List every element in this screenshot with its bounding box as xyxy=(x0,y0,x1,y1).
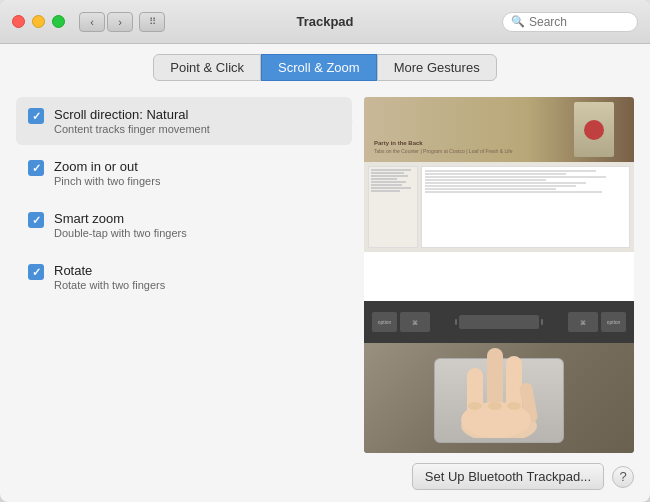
command-key-left: ⌘ xyxy=(400,312,430,332)
search-box[interactable]: 🔍 xyxy=(502,12,638,32)
search-icon: 🔍 xyxy=(511,15,525,28)
option-text-scroll-direction: Scroll direction: Natural Content tracks… xyxy=(54,107,210,135)
bottombar: Set Up Bluetooth Trackpad... ? xyxy=(0,453,650,502)
tab-scroll-zoom[interactable]: Scroll & Zoom xyxy=(261,54,377,81)
svg-point-7 xyxy=(488,402,502,410)
option-text-smart-zoom: Smart zoom Double-tap with two fingers xyxy=(54,211,187,239)
option-key-left: option xyxy=(372,312,397,332)
close-button[interactable] xyxy=(12,15,25,28)
checkbox-smart-zoom[interactable] xyxy=(28,212,44,228)
inner-window: Party in the Back Tabs on the Counter | … xyxy=(364,97,634,301)
option-desc-scroll-direction: Content tracks finger movement xyxy=(54,123,210,135)
left-panel: Scroll direction: Natural Content tracks… xyxy=(16,97,352,453)
option-scroll-direction: Scroll direction: Natural Content tracks… xyxy=(16,97,352,145)
option-text-rotate: Rotate Rotate with two fingers xyxy=(54,263,165,291)
search-input[interactable] xyxy=(529,15,629,29)
back-button[interactable]: ‹ xyxy=(79,12,105,32)
checkbox-scroll-direction[interactable] xyxy=(28,108,44,124)
tab-point-click[interactable]: Point & Click xyxy=(153,54,261,81)
option-title-smart-zoom: Smart zoom xyxy=(54,211,187,226)
selection-arrow xyxy=(339,109,353,133)
keyboard-area: option ⌘ ⌘ option xyxy=(364,301,634,343)
option-zoom-in-out: Zoom in or out Pinch with two fingers xyxy=(16,149,352,197)
tab-more-gestures[interactable]: More Gestures xyxy=(377,54,497,81)
option-title-zoom-in-out: Zoom in or out xyxy=(54,159,160,174)
titlebar: ‹ › ⠿ Trackpad 🔍 xyxy=(0,0,650,44)
option-desc-zoom-in-out: Pinch with two fingers xyxy=(54,175,160,187)
option-key-right: option xyxy=(601,312,626,332)
preview-image: Party in the Back Tabs on the Counter | … xyxy=(364,97,634,453)
option-title-scroll-direction: Scroll direction: Natural xyxy=(54,107,210,122)
option-desc-smart-zoom: Double-tap with two fingers xyxy=(54,227,187,239)
maximize-button[interactable] xyxy=(52,15,65,28)
minimize-button[interactable] xyxy=(32,15,45,28)
option-text-zoom-in-out: Zoom in or out Pinch with two fingers xyxy=(54,159,160,187)
tabbar: Point & Click Scroll & Zoom More Gesture… xyxy=(0,44,650,89)
window-title: Trackpad xyxy=(296,14,353,29)
help-button[interactable]: ? xyxy=(612,466,634,488)
svg-point-6 xyxy=(468,402,482,410)
nav-buttons: ‹ › xyxy=(79,12,133,32)
grid-button[interactable]: ⠿ xyxy=(139,12,165,32)
checkbox-rotate[interactable] xyxy=(28,264,44,280)
bluetooth-trackpad-button[interactable]: Set Up Bluetooth Trackpad... xyxy=(412,463,604,490)
command-key-right: ⌘ xyxy=(568,312,598,332)
option-title-rotate: Rotate xyxy=(54,263,165,278)
option-smart-zoom: Smart zoom Double-tap with two fingers xyxy=(16,201,352,249)
preview-panel: Party in the Back Tabs on the Counter | … xyxy=(364,97,634,453)
svg-point-8 xyxy=(507,402,521,410)
traffic-lights xyxy=(12,15,65,28)
checkbox-zoom-in-out[interactable] xyxy=(28,160,44,176)
option-desc-rotate: Rotate with two fingers xyxy=(54,279,165,291)
option-rotate: Rotate Rotate with two fingers xyxy=(16,253,352,301)
hand-gesture-image xyxy=(439,343,559,438)
main-content: Scroll direction: Natural Content tracks… xyxy=(0,89,650,453)
trackpad-area xyxy=(364,343,634,453)
forward-button[interactable]: › xyxy=(107,12,133,32)
main-window: ‹ › ⠿ Trackpad 🔍 Point & Click Scroll & … xyxy=(0,0,650,502)
